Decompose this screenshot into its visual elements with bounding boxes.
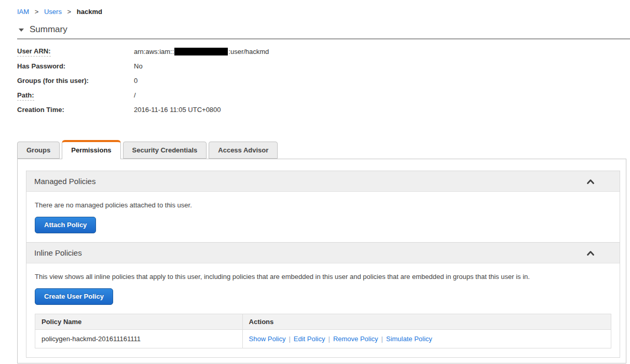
arn-prefix: arn:aws:iam:: (134, 48, 174, 55)
chevron-up-icon[interactable] (586, 178, 611, 185)
remove-policy-link[interactable]: Remove Policy (333, 335, 378, 343)
create-user-policy-button[interactable]: Create User Policy (35, 288, 113, 305)
groups-count-value: 0 (134, 77, 138, 85)
creation-time-label: Creation Time: (17, 106, 134, 114)
breadcrumb-link-users[interactable]: Users (44, 8, 62, 16)
inline-policies-description: This view shows all inline policies that… (35, 273, 611, 281)
inline-policies-table: Policy Name Actions policygen-hackmd-201… (35, 314, 611, 348)
path-label: Path: (17, 92, 134, 99)
managed-policies-body: There are no managed policies attached t… (26, 192, 620, 243)
tab-permissions[interactable]: Permissions (62, 140, 120, 159)
arn-suffix: :user/hackmd (228, 48, 269, 55)
user-arn-label-text: User ARN: (17, 47, 51, 57)
summary-section-toggle[interactable]: Summary (17, 24, 630, 39)
field-row-groups: Groups (for this user): 0 (17, 77, 630, 85)
summary-title: Summary (30, 24, 67, 35)
attach-policy-button[interactable]: Attach Policy (35, 217, 96, 233)
breadcrumb-link-iam[interactable]: IAM (17, 8, 29, 16)
breadcrumb: IAM > Users > hackmd (0, 0, 630, 16)
managed-policies-title: Managed Policies (34, 177, 95, 186)
simulate-policy-link[interactable]: Simulate Policy (386, 335, 432, 343)
user-arn-label: User ARN: (17, 48, 134, 55)
summary-fields: User ARN: arn:aws:iam:::user/hackmd Has … (17, 48, 630, 114)
actions-cell: Show Policy|Edit Policy|Remove Policy|Si… (242, 330, 611, 348)
breadcrumb-current-user: hackmd (77, 8, 102, 16)
tab-access-advisor[interactable]: Access Advisor (209, 142, 278, 159)
show-policy-link[interactable]: Show Policy (249, 335, 286, 343)
actions-column-header: Actions (242, 314, 611, 330)
policy-name-cell: policygen-hackmd-201611161111 (35, 330, 243, 348)
policies-accordion: Managed Policies There are no managed po… (26, 171, 620, 358)
permissions-tab-panel: Managed Policies There are no managed po… (17, 159, 626, 363)
field-row-has-password: Has Password: No (17, 63, 630, 70)
creation-time-value: 2016-11-16 11:05 UTC+0800 (134, 106, 221, 114)
tab-security-credentials[interactable]: Security Credentials (123, 142, 207, 159)
field-row-user-arn: User ARN: arn:aws:iam:::user/hackmd (17, 48, 630, 55)
table-header-row: Policy Name Actions (35, 314, 611, 330)
path-value: / (134, 92, 136, 99)
inline-policies-title: Inline Policies (34, 248, 82, 257)
edit-policy-link[interactable]: Edit Policy (294, 335, 325, 343)
table-row: policygen-hackmd-201611161111 Show Polic… (35, 330, 611, 348)
chevron-up-icon[interactable] (586, 250, 611, 256)
managed-policies-empty-text: There are no managed policies attached t… (35, 201, 611, 209)
action-separator: | (289, 335, 290, 343)
tab-groups[interactable]: Groups (17, 142, 60, 159)
groups-count-label: Groups (for this user): (17, 77, 134, 85)
has-password-value: No (134, 63, 143, 70)
user-arn-value: arn:aws:iam:::user/hackmd (134, 48, 269, 55)
managed-policies-header[interactable]: Managed Policies (26, 171, 620, 192)
breadcrumb-separator: > (35, 8, 39, 16)
inline-policies-header[interactable]: Inline Policies (26, 243, 620, 263)
action-separator: | (328, 335, 330, 343)
tab-bar: Groups Permissions Security Credentials … (17, 140, 630, 159)
policy-name-column-header: Policy Name (35, 314, 243, 330)
has-password-label: Has Password: (17, 63, 134, 70)
inline-policies-body: This view shows all inline policies that… (26, 263, 620, 357)
field-row-creation-time: Creation Time: 2016-11-16 11:05 UTC+0800 (17, 106, 630, 114)
redaction-box (174, 48, 228, 55)
triangle-down-icon[interactable] (19, 29, 24, 32)
path-label-text: Path: (17, 91, 34, 101)
action-separator: | (381, 335, 383, 343)
breadcrumb-separator: > (67, 8, 72, 16)
field-row-path: Path: / (17, 92, 630, 99)
